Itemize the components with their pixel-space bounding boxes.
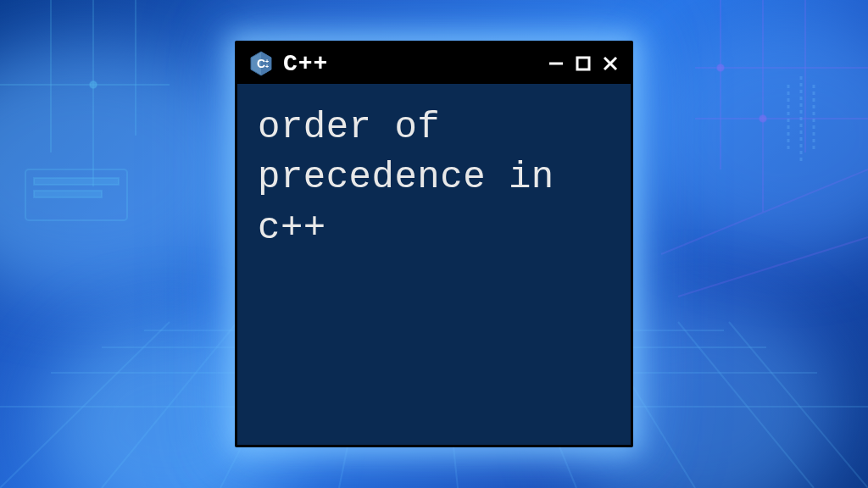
window-controls xyxy=(546,53,620,74)
cpp-icon: C + + xyxy=(248,50,275,77)
svg-point-18 xyxy=(717,64,724,71)
terminal-content: order of precedence in c++ xyxy=(237,84,631,272)
svg-point-19 xyxy=(760,115,766,122)
close-button[interactable] xyxy=(600,53,620,74)
svg-text:C: C xyxy=(257,57,265,70)
minimize-button[interactable] xyxy=(546,53,566,74)
svg-rect-28 xyxy=(34,178,119,185)
svg-line-21 xyxy=(678,237,868,297)
titlebar[interactable]: C + + C++ xyxy=(237,43,631,84)
terminal-window: C + + C++ order of precedence in c++ xyxy=(235,41,633,447)
window-title: C++ xyxy=(283,51,328,77)
svg-point-26 xyxy=(90,81,97,88)
svg-line-20 xyxy=(661,169,868,254)
svg-rect-29 xyxy=(34,191,102,197)
maximize-button[interactable] xyxy=(573,53,593,74)
svg-rect-39 xyxy=(577,58,589,69)
svg-text:+: + xyxy=(265,64,269,69)
